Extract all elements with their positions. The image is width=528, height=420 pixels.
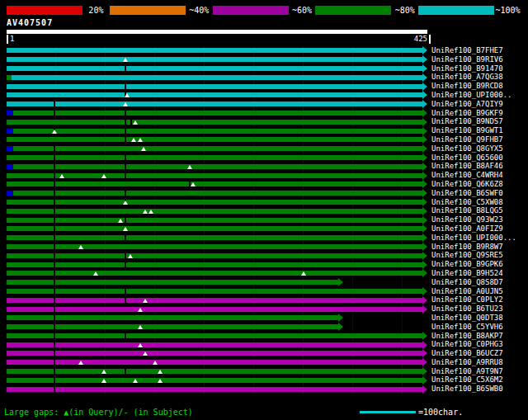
- hit-bar[interactable]: [7, 251, 431, 260]
- hit-bar[interactable]: [7, 100, 431, 109]
- hit-label[interactable]: UniRef100_A9RRU8: [431, 358, 503, 367]
- hit-bar[interactable]: [7, 135, 431, 144]
- query-gap-triangle-icon: [133, 120, 138, 125]
- hit-bar[interactable]: [7, 269, 431, 278]
- hit-label[interactable]: UniRef100_Q0DT38: [431, 314, 503, 323]
- hit-label[interactable]: UniRef100_Q93W23: [431, 215, 503, 224]
- hit-bar[interactable]: [7, 144, 431, 153]
- hit-label[interactable]: UniRef100_B9R8W7: [431, 243, 503, 252]
- hit-label[interactable]: UniRef100_B9NDS7: [431, 117, 503, 126]
- hit-bar[interactable]: [7, 109, 431, 118]
- hit-bar[interactable]: [7, 358, 431, 367]
- hit-label[interactable]: UniRef100_A9T9N7: [431, 367, 503, 376]
- hit-label[interactable]: UniRef100_UPI000..: [431, 91, 512, 100]
- hit-bar[interactable]: [7, 323, 431, 332]
- hit-label[interactable]: UniRef100_Q8GYX5: [431, 144, 503, 153]
- hit-bar[interactable]: [7, 153, 431, 163]
- query-gap-triangle-icon: [138, 308, 143, 312]
- query-gap-triangle-icon: [143, 352, 148, 356]
- hit-bar[interactable]: [7, 332, 431, 341]
- hit-bar[interactable]: [7, 243, 431, 252]
- hit-bar[interactable]: [7, 55, 431, 64]
- hit-bar[interactable]: [7, 375, 431, 385]
- query-gap-triangle-icon: [148, 210, 153, 214]
- hit-bar[interactable]: [7, 314, 431, 323]
- hit-label[interactable]: UniRef100_B9RCD8: [431, 82, 503, 91]
- hit-bar[interactable]: [7, 198, 431, 207]
- hit-label[interactable]: UniRef100_B6SWB0: [431, 385, 503, 394]
- hit-label[interactable]: UniRef100_B9RIV6: [431, 55, 503, 64]
- hit-label[interactable]: UniRef100_B9GPK6: [431, 260, 503, 269]
- subject-gap-tick: [54, 226, 55, 231]
- hit-label[interactable]: UniRef100_Q9FHB7: [431, 135, 503, 144]
- hit-label[interactable]: UniRef100_B8AF46: [431, 162, 503, 171]
- hit-label[interactable]: UniRef100_B91470: [431, 64, 503, 73]
- hit-bar[interactable]: [7, 189, 431, 198]
- hit-bar[interactable]: [7, 349, 431, 358]
- hit-bar[interactable]: [7, 162, 431, 171]
- hit-bar[interactable]: [7, 126, 431, 135]
- hit-label[interactable]: UniRef100_A0UJN5: [431, 287, 503, 296]
- hit-label[interactable]: UniRef100_B7FHE7: [431, 46, 503, 55]
- query-gap-triangle-icon: [138, 343, 143, 347]
- hit-bar[interactable]: [7, 385, 431, 394]
- hit-label[interactable]: UniRef100_B9H524: [431, 269, 503, 278]
- hit-bar[interactable]: [7, 64, 431, 73]
- hit-label[interactable]: UniRef100_UPI000...: [431, 234, 516, 243]
- hit-bar[interactable]: [7, 260, 431, 269]
- hit-bar[interactable]: [7, 287, 431, 296]
- hit-label[interactable]: UniRef100_C0PHG3: [431, 340, 503, 349]
- hit-label[interactable]: UniRef100_A0FIZ9: [431, 224, 503, 234]
- hit-label[interactable]: UniRef100_B9GKF9: [431, 109, 503, 118]
- hit-bar[interactable]: [7, 82, 431, 91]
- hit-arrow-icon: [422, 64, 427, 73]
- hit-bar[interactable]: [7, 278, 431, 287]
- alignment-row: UniRef100_Q0DT38: [7, 314, 528, 323]
- hit-label[interactable]: UniRef100_A7QG38: [431, 73, 503, 82]
- hit-bar[interactable]: [7, 224, 431, 234]
- hit-bar[interactable]: [7, 215, 431, 224]
- hit-bar[interactable]: [7, 91, 431, 100]
- hit-lead-segment: [7, 75, 12, 80]
- hit-label[interactable]: UniRef100_Q6K6Z8: [431, 180, 503, 189]
- alignment-row: UniRef100_C0PHG3: [7, 340, 528, 349]
- hit-bar[interactable]: [7, 171, 431, 180]
- key-label-80: ~80%: [391, 6, 418, 15]
- hit-bar[interactable]: [7, 367, 431, 376]
- hit-arrow-icon: [422, 269, 427, 277]
- query-gap-triangle-icon: [158, 370, 163, 374]
- hit-label[interactable]: UniRef100_Q8S8D7: [431, 278, 503, 287]
- hit-bar[interactable]: [7, 340, 431, 349]
- hit-bar[interactable]: [7, 304, 431, 314]
- hit-label[interactable]: UniRef100_C5X6M2: [431, 375, 503, 385]
- alignment-row: UniRef100_A0FIZ9: [7, 224, 528, 234]
- hit-label[interactable]: UniRef100_B8LQG5: [431, 206, 503, 215]
- hit-bar[interactable]: [7, 117, 431, 126]
- hit-label[interactable]: UniRef100_C0PLY2: [431, 295, 503, 304]
- hit-bar[interactable]: [7, 295, 431, 304]
- hit-bar-body: [7, 66, 422, 71]
- hit-label[interactable]: UniRef100_C5YVH6: [431, 323, 503, 332]
- hit-label[interactable]: UniRef100_B6TU23: [431, 304, 503, 314]
- hit-label[interactable]: UniRef100_B6UCZ7: [431, 349, 503, 358]
- hit-arrow-icon: [422, 341, 427, 349]
- hit-label[interactable]: UniRef100_Q65600: [431, 153, 503, 163]
- query-gap-triangle-icon: [123, 201, 128, 205]
- alignment-row: UniRef100_C5YVH6: [7, 323, 528, 332]
- hit-bar[interactable]: [7, 180, 431, 189]
- hit-label[interactable]: UniRef100_B8AKP7: [431, 332, 503, 341]
- hit-label[interactable]: UniRef100_B6SWF0: [431, 189, 503, 198]
- hit-label[interactable]: UniRef100_C5XW08: [431, 198, 503, 207]
- hit-bar[interactable]: [7, 46, 431, 55]
- hit-label[interactable]: UniRef100_Q9SRE5: [431, 251, 503, 260]
- hit-arrow-icon: [422, 55, 427, 64]
- hit-bar[interactable]: [7, 73, 431, 82]
- query-gap-triangle-icon: [93, 271, 98, 276]
- hit-label[interactable]: UniRef100_B9GWT1: [431, 126, 503, 135]
- hit-label[interactable]: UniRef100_A7QIY9: [431, 100, 503, 109]
- subject-gap-tick: [125, 111, 126, 116]
- hit-bar[interactable]: [7, 206, 431, 215]
- hit-arrow-icon: [422, 376, 427, 385]
- hit-bar[interactable]: [7, 234, 431, 243]
- hit-label[interactable]: UniRef100_C4WRH4: [431, 171, 503, 180]
